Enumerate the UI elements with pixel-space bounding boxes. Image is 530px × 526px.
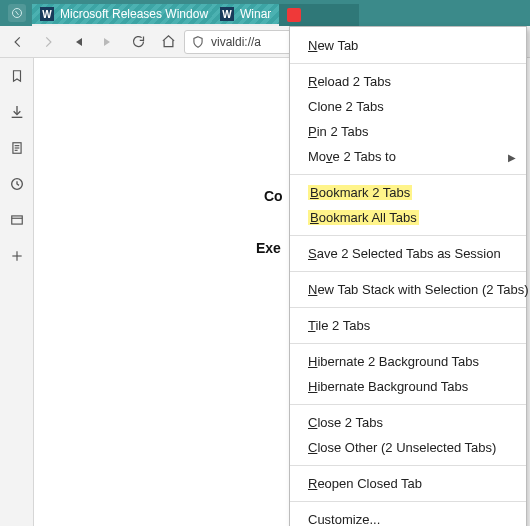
menu-tile-tabs[interactable]: Tile 2 Tabs [290, 313, 526, 338]
menu-clone-tabs[interactable]: Clone 2 Tabs [290, 94, 526, 119]
menu-new-tab-stack[interactable]: New Tab Stack with Selection (2 Tabs) [290, 277, 526, 302]
address-text: vivaldi://a [211, 35, 261, 49]
window-panel-button[interactable] [4, 208, 30, 232]
rewind-button[interactable] [64, 29, 92, 55]
fast-forward-button[interactable] [94, 29, 122, 55]
menu-separator [290, 343, 526, 344]
panel-sidebar [0, 58, 34, 526]
menu-separator [290, 63, 526, 64]
menu-pin-tabs[interactable]: Pin 2 Tabs [290, 119, 526, 144]
bookmarks-panel-button[interactable] [4, 64, 30, 88]
page-text-2: Exe [256, 240, 281, 256]
menu-new-tab[interactable]: New Tab [290, 33, 526, 58]
svg-rect-6 [11, 216, 22, 224]
reload-button[interactable] [124, 29, 152, 55]
menu-separator [290, 404, 526, 405]
title-bar: W Microsoft Releases Window W Winar [0, 0, 530, 26]
downloads-panel-button[interactable] [4, 100, 30, 124]
menu-separator [290, 271, 526, 272]
tab-context-menu: New Tab Reload 2 Tabs Clone 2 Tabs Pin 2… [289, 26, 527, 526]
menu-save-session[interactable]: Save 2 Selected Tabs as Session [290, 241, 526, 266]
menu-customize[interactable]: Customize... [290, 507, 526, 526]
tab-0-label: Microsoft Releases Window [60, 7, 208, 21]
tab-1[interactable]: W Winar [212, 4, 279, 26]
notes-panel-button[interactable] [4, 136, 30, 160]
favicon-w-icon: W [40, 7, 54, 21]
menu-reload-tabs[interactable]: Reload 2 Tabs [290, 69, 526, 94]
app-menu-button[interactable] [8, 4, 26, 22]
site-info-icon [191, 35, 205, 49]
back-button[interactable] [4, 29, 32, 55]
favicon-vivaldi-icon [287, 8, 301, 22]
tab-2[interactable] [279, 4, 359, 26]
home-button[interactable] [154, 29, 182, 55]
history-panel-button[interactable] [4, 172, 30, 196]
tab-1-label: Winar [240, 7, 271, 21]
menu-move-tabs-to[interactable]: Move 2 Tabs to▶ [290, 144, 526, 169]
menu-separator [290, 235, 526, 236]
menu-bookmark-all-tabs[interactable]: Bookmark All Tabs [290, 205, 526, 230]
menu-close-n-tabs[interactable]: Close 2 Tabs [290, 410, 526, 435]
add-panel-button[interactable] [4, 244, 30, 268]
menu-separator [290, 174, 526, 175]
menu-separator [290, 307, 526, 308]
menu-hibernate-n-bg-tabs[interactable]: Hibernate 2 Background Tabs [290, 349, 526, 374]
page-text-1: Co [264, 188, 283, 204]
menu-hibernate-bg-tabs[interactable]: Hibernate Background Tabs [290, 374, 526, 399]
menu-bookmark-n-tabs[interactable]: Bookmark 2 Tabs [290, 180, 526, 205]
menu-reopen-closed-tab[interactable]: Reopen Closed Tab [290, 471, 526, 496]
tab-0[interactable]: W Microsoft Releases Window [32, 4, 212, 26]
chevron-right-icon: ▶ [508, 151, 516, 162]
menu-separator [290, 465, 526, 466]
forward-button[interactable] [34, 29, 62, 55]
menu-close-other-tabs[interactable]: Close Other (2 Unselected Tabs) [290, 435, 526, 460]
menu-separator [290, 501, 526, 502]
tab-strip: W Microsoft Releases Window W Winar [32, 0, 530, 26]
favicon-w-icon: W [220, 7, 234, 21]
